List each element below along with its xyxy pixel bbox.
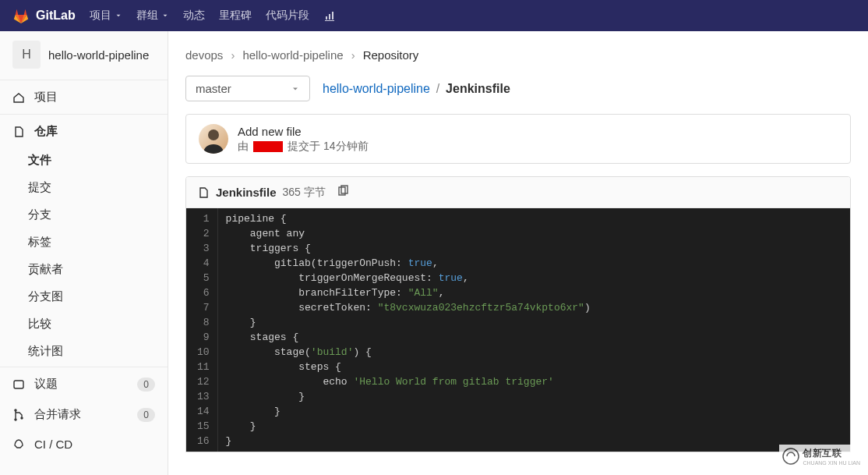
gitlab-logo-icon: [12, 7, 30, 24]
sidebar-sub-tags[interactable]: 标签: [0, 229, 168, 256]
nav-projects[interactable]: 项目: [90, 9, 122, 23]
sidebar-item-repository[interactable]: 仓库: [0, 116, 168, 147]
sidebar-sub-files[interactable]: 文件: [0, 147, 168, 174]
watermark-logo-icon: [782, 448, 799, 465]
sidebar-item-merge-requests[interactable]: 合并请求 0: [0, 399, 168, 430]
rocket-icon: [12, 438, 25, 451]
breadcrumb-group[interactable]: devops: [185, 48, 223, 62]
sidebar-item-project[interactable]: 项目: [0, 82, 168, 112]
nav-analytics-icon[interactable]: [323, 9, 336, 22]
watermark: 创新互联 CHUANG XIN HU LIAN: [779, 445, 863, 467]
code-viewer: 12345678910111213141516 pipeline { agent…: [186, 208, 850, 452]
nav-groups[interactable]: 群组: [136, 9, 169, 23]
home-icon: [12, 91, 25, 104]
nav-milestones[interactable]: 里程碑: [219, 9, 252, 23]
commit-title[interactable]: Add new file: [238, 125, 838, 138]
brand-logo[interactable]: GitLab: [12, 7, 76, 24]
top-header: GitLab 项目 群组 动态 里程碑 代码片段: [0, 0, 868, 31]
doc-icon: [12, 126, 25, 138]
line-numbers: 12345678910111213141516: [186, 208, 218, 452]
file-viewer: Jenkinsfile 365 字节 123456789101112131415…: [185, 176, 851, 452]
brand-text: GitLab: [36, 9, 76, 23]
chevron-down-icon: [115, 12, 122, 19]
breadcrumb: devops › hello-world-pipeline › Reposito…: [185, 44, 851, 76]
chevron-down-icon: [291, 84, 300, 94]
file-name: Jenkinsfile: [216, 186, 277, 199]
commit-meta: 由 提交于 14分钟前: [238, 140, 838, 154]
file-nav: master hello-world-pipeline / Jenkinsfil…: [185, 76, 851, 101]
sidebar: H hello-world-pipeline 项目 仓库 文件 提交 分支 标签…: [0, 31, 168, 475]
merge-icon: [12, 409, 25, 421]
sidebar-sub-branches[interactable]: 分支: [0, 201, 168, 229]
project-avatar: H: [12, 41, 41, 69]
sidebar-sub-graph[interactable]: 分支图: [0, 283, 168, 310]
issues-icon: [12, 378, 25, 391]
sidebar-sub-compare[interactable]: 比较: [0, 310, 168, 338]
sidebar-item-issues[interactable]: 议题 0: [0, 369, 168, 399]
commit-author-redacted: [253, 141, 283, 152]
file-size: 365 字节: [283, 186, 326, 200]
copy-icon: [337, 185, 349, 197]
nav-snippets[interactable]: 代码片段: [266, 9, 309, 23]
svg-point-4: [783, 448, 799, 464]
sidebar-sub-contributors[interactable]: 贡献者: [0, 256, 168, 283]
file-path: hello-world-pipeline / Jenkinsfile: [323, 82, 510, 96]
project-name: hello-world-pipeline: [48, 48, 149, 62]
commit-time: 14分钟前: [323, 140, 369, 154]
sidebar-item-cicd[interactable]: CI / CD: [0, 430, 168, 459]
main-content: devops › hello-world-pipeline › Reposito…: [168, 31, 868, 475]
path-file: Jenkinsfile: [446, 82, 510, 95]
file-header: Jenkinsfile 365 字节: [186, 177, 850, 208]
breadcrumb-current: Repository: [363, 48, 419, 62]
avatar-placeholder-icon: [199, 124, 228, 154]
nav-activity[interactable]: 动态: [183, 9, 205, 23]
last-commit-box: Add new file 由 提交于 14分钟前: [185, 114, 851, 164]
project-header[interactable]: H hello-world-pipeline: [0, 31, 168, 78]
breadcrumb-project[interactable]: hello-world-pipeline: [242, 48, 343, 62]
svg-point-1: [208, 129, 219, 140]
branch-selector[interactable]: master: [185, 76, 310, 101]
svg-rect-0: [14, 381, 23, 388]
path-root[interactable]: hello-world-pipeline: [323, 82, 430, 95]
mr-badge: 0: [137, 408, 155, 422]
code-content[interactable]: pipeline { agent any triggers { gitlab(t…: [218, 208, 850, 452]
chart-icon: [323, 9, 336, 22]
commit-author-avatar[interactable]: [199, 124, 228, 154]
copy-path-button[interactable]: [337, 185, 349, 200]
chevron-down-icon: [161, 12, 169, 19]
sidebar-sub-charts[interactable]: 统计图: [0, 338, 168, 365]
file-icon: [197, 186, 210, 199]
sidebar-sub-commits[interactable]: 提交: [0, 174, 168, 201]
issues-badge: 0: [137, 378, 155, 392]
